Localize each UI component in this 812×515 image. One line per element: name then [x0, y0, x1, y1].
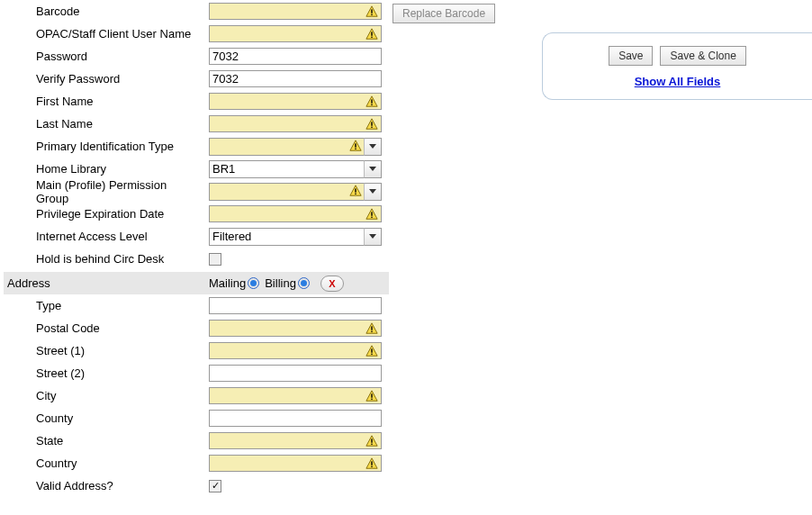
addr-street1-label: Street (1)	[36, 344, 209, 357]
chevron-down-icon[interactable]	[364, 138, 382, 156]
perm-group-select[interactable]	[209, 183, 382, 201]
last-name-input[interactable]	[209, 115, 382, 132]
addr-valid-checkbox[interactable]: ✓	[209, 480, 221, 492]
barcode-label: Barcode	[36, 5, 209, 18]
addr-postal-input[interactable]	[209, 320, 382, 337]
verify-password-input[interactable]	[209, 70, 382, 87]
primary-id-select[interactable]	[209, 138, 382, 156]
hold-circ-label: Hold is behind Circ Desk	[36, 252, 209, 266]
mailing-label: Mailing	[209, 276, 246, 290]
addr-state-input[interactable]	[209, 432, 382, 449]
verify-password-label: Verify Password	[36, 72, 209, 86]
addr-valid-label: Valid Address?	[36, 479, 209, 492]
opac-user-label: OPAC/Staff Client User Name	[36, 27, 209, 41]
addr-type-label: Type	[36, 299, 209, 312]
last-name-label: Last Name	[36, 117, 209, 131]
hold-circ-checkbox[interactable]	[209, 253, 221, 266]
home-library-label: Home Library	[36, 162, 209, 176]
addr-street2-input[interactable]	[209, 365, 382, 382]
addr-county-input[interactable]	[209, 410, 382, 427]
mailing-radio[interactable]	[248, 277, 259, 289]
barcode-input[interactable]	[209, 3, 382, 20]
delete-address-button[interactable]: X	[320, 276, 344, 292]
password-input[interactable]	[209, 48, 382, 65]
addr-type-input[interactable]	[209, 297, 382, 314]
password-label: Password	[36, 50, 209, 63]
chevron-down-icon[interactable]	[364, 183, 382, 201]
addr-street2-label: Street (2)	[36, 366, 209, 380]
addr-street1-input[interactable]	[209, 342, 382, 359]
internet-select[interactable]	[209, 228, 382, 246]
addr-city-label: City	[36, 389, 209, 402]
addr-city-input[interactable]	[209, 387, 382, 404]
action-panel: Save Save & Clone Show All Fields	[542, 32, 812, 100]
billing-radio[interactable]	[298, 277, 310, 289]
addr-country-input[interactable]	[209, 455, 382, 472]
billing-label: Billing	[265, 276, 296, 290]
addr-state-label: State	[36, 434, 209, 447]
opac-user-input[interactable]	[209, 25, 382, 42]
addr-postal-label: Postal Code	[36, 321, 209, 335]
addr-country-label: Country	[36, 456, 209, 470]
internet-label: Internet Access Level	[36, 230, 209, 243]
address-section-label: Address	[7, 276, 209, 290]
home-library-select[interactable]	[209, 160, 382, 178]
perm-group-label: Main (Profile) Permission Group	[36, 178, 209, 205]
replace-barcode-button[interactable]: Replace Barcode	[392, 4, 495, 23]
save-clone-button[interactable]: Save & Clone	[660, 46, 745, 66]
chevron-down-icon[interactable]	[364, 228, 382, 246]
priv-exp-label: Privilege Expiration Date	[36, 207, 209, 221]
save-button[interactable]: Save	[609, 46, 653, 66]
first-name-label: First Name	[36, 95, 209, 108]
first-name-input[interactable]	[209, 93, 382, 110]
primary-id-label: Primary Identification Type	[36, 140, 209, 153]
priv-exp-input[interactable]	[209, 205, 382, 222]
chevron-down-icon[interactable]	[364, 160, 382, 178]
address-section-header: Address Mailing Billing X	[4, 272, 389, 294]
addr-county-label: County	[36, 411, 209, 425]
show-all-fields-link[interactable]: Show All Fields	[635, 75, 721, 88]
